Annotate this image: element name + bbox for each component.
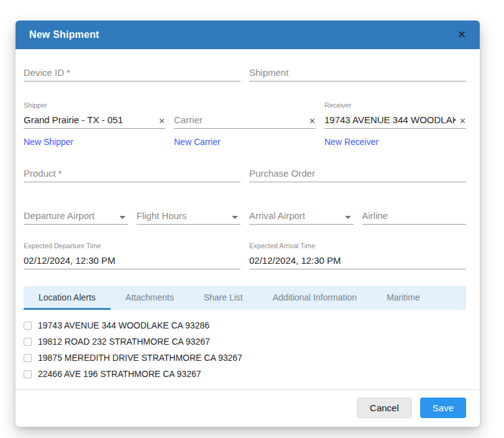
carrier-placeholder: Carrier [174, 114, 305, 125]
shipper-input[interactable]: Grand Prairie - TX - 051 ✕ [24, 113, 165, 129]
carrier-clear-icon[interactable]: ✕ [309, 117, 316, 125]
new-receiver-link[interactable]: New Receiver [324, 137, 378, 147]
departure-airport-placeholder: Departure Airport [24, 210, 116, 221]
location-alert-label: 19875 MEREDITH DRIVE STRATHMORE CA 93267 [38, 353, 242, 363]
location-alert-label: 19743 AVENUE 344 WOODLAKE CA 93286 [38, 320, 209, 330]
product-placeholder: Product * [24, 168, 241, 179]
row-shipper-carrier-receiver: Shipper Grand Prairie - TX - 051 ✕ New S… [24, 101, 466, 147]
shipment-input[interactable]: Shipment [249, 65, 466, 82]
expected-arrival-value: 02/12/2024, 12:30 PM [249, 255, 466, 266]
receiver-value: 19743 AVENUE 344 WOODLAKE CA 93286 [324, 114, 456, 125]
tab-bar: Location Alerts Attachments Share List A… [24, 286, 466, 310]
device-id-placeholder: Device ID * [24, 67, 241, 78]
expected-arrival-label: Expected Arrival Time [249, 242, 466, 251]
receiver-label: Receiver [324, 101, 466, 110]
airline-input[interactable]: Airline [362, 208, 467, 225]
tab-attachments[interactable]: Attachments [111, 286, 189, 310]
checkbox[interactable] [24, 322, 32, 330]
list-item: 19743 AVENUE 344 WOODLAKE CA 93286 [24, 317, 466, 333]
checkbox[interactable] [24, 354, 32, 362]
purchase-order-placeholder: Purchase Order [249, 168, 466, 179]
shipper-value: Grand Prairie - TX - 051 [24, 114, 155, 125]
new-shipper-link[interactable]: New Shipper [24, 137, 73, 147]
tab-additional-information[interactable]: Additional Information [258, 286, 372, 310]
tab-maritime[interactable]: Maritime [372, 286, 435, 310]
departure-airport-select[interactable]: Departure Airport [24, 208, 128, 225]
checkbox[interactable] [24, 338, 32, 346]
carrier-input[interactable]: Carrier ✕ [174, 113, 316, 129]
dialog-body: Device ID * Shipment Shipper Grand Prair… [16, 65, 480, 382]
expected-arrival-input[interactable]: 02/12/2024, 12:30 PM [249, 253, 466, 269]
row-device-shipment: Device ID * Shipment [24, 65, 466, 82]
location-alerts-list: 19743 AVENUE 344 WOODLAKE CA 93286 19812… [24, 317, 466, 382]
list-item: 22466 AVE 196 STRATHMORE CA 93267 [24, 366, 466, 382]
purchase-order-input[interactable]: Purchase Order [249, 166, 466, 182]
save-button[interactable]: Save [420, 398, 466, 418]
new-shipment-dialog: New Shipment ✕ Device ID * Shipment Ship… [16, 21, 480, 427]
new-carrier-link[interactable]: New Carrier [174, 137, 221, 147]
row-flight-details: Departure Airport Flight Hours Arrival A… [24, 208, 466, 225]
shipper-clear-icon[interactable]: ✕ [158, 117, 165, 125]
expected-departure-value: 02/12/2024, 12:30 PM [24, 255, 241, 266]
list-item: 19875 MEREDITH DRIVE STRATHMORE CA 93267 [24, 350, 466, 366]
location-alert-label: 19812 ROAD 232 STRATHMORE CA 93267 [38, 337, 210, 347]
expected-departure-input[interactable]: 02/12/2024, 12:30 PM [24, 253, 241, 269]
receiver-clear-icon[interactable]: ✕ [459, 117, 466, 125]
dialog-title: New Shipment [29, 29, 99, 40]
location-alert-label: 22466 AVE 196 STRATHMORE CA 93267 [38, 369, 201, 379]
flight-hours-placeholder: Flight Hours [137, 210, 229, 221]
close-icon[interactable]: ✕ [458, 30, 466, 40]
device-id-input[interactable]: Device ID * [24, 65, 241, 82]
row-expected-times: Expected Departure Time 02/12/2024, 12:3… [24, 242, 466, 269]
chevron-down-icon[interactable] [119, 216, 126, 219]
tab-share-list[interactable]: Share List [189, 286, 258, 310]
dialog-header: New Shipment ✕ [16, 21, 480, 49]
checkbox[interactable] [24, 370, 32, 378]
list-item: 19812 ROAD 232 STRATHMORE CA 93267 [24, 333, 466, 350]
chevron-down-icon[interactable] [232, 216, 238, 219]
airline-placeholder: Airline [362, 210, 467, 221]
flight-hours-select[interactable]: Flight Hours [137, 208, 241, 225]
receiver-input[interactable]: 19743 AVENUE 344 WOODLAKE CA 93286 ✕ [324, 113, 466, 129]
cancel-button[interactable]: Cancel [357, 398, 412, 418]
tab-location-alerts[interactable]: Location Alerts [24, 286, 111, 310]
dialog-footer: Cancel Save [16, 390, 480, 427]
shipper-label: Shipper [24, 101, 165, 110]
shipment-placeholder: Shipment [249, 67, 466, 78]
arrival-airport-placeholder: Arrival Airport [249, 210, 341, 221]
arrival-airport-select[interactable]: Arrival Airport [249, 208, 354, 225]
row-product-po: Product * Purchase Order [24, 166, 466, 182]
chevron-down-icon[interactable] [345, 216, 351, 219]
expected-departure-label: Expected Departure Time [24, 242, 241, 251]
product-input[interactable]: Product * [24, 166, 241, 182]
